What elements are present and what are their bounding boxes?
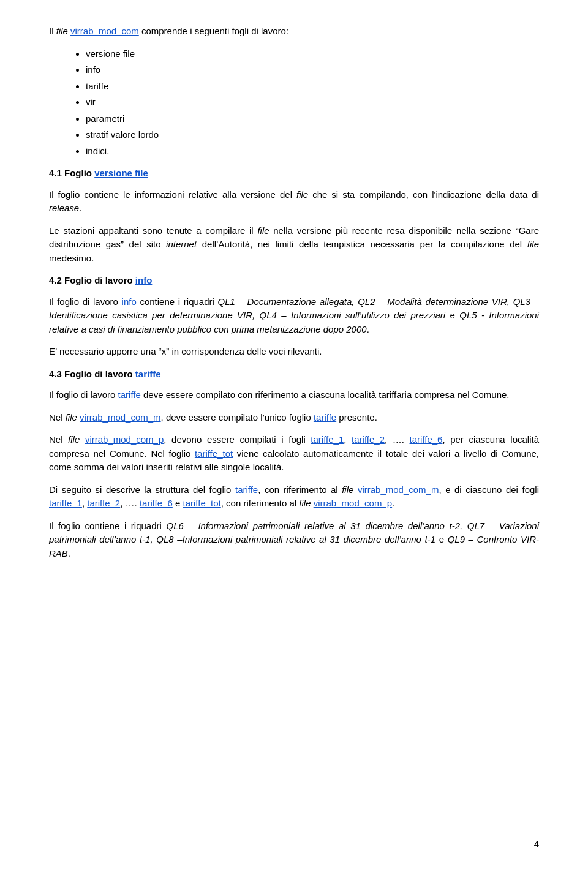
s43p4-text4: , con riferimento al [221, 498, 300, 508]
list-item-text: versione file [86, 48, 135, 59]
section-4-1-number: 4.1 Foglio [49, 168, 94, 178]
list-item-text: parametri [86, 113, 124, 124]
s43p4-link2: virrab_mod_com_m [358, 484, 439, 495]
s43p3-comma2: , …. [385, 434, 410, 445]
s43p2-link2: tariffe [314, 412, 336, 423]
s43p2-nel: Nel [49, 412, 66, 423]
section-4-1-para2: Le stazioni appaltanti sono tenute a com… [49, 224, 539, 266]
s43p3-nel: Nel [49, 434, 68, 445]
para1-text2: che si sta compilando, con l'indicazione… [308, 189, 539, 200]
list-item: parametri [86, 112, 539, 126]
bullet-list: versione file info tariffe vir parametri… [86, 47, 539, 159]
para2-internet: internet [166, 239, 197, 249]
s42p1-link: info [122, 296, 137, 307]
s43p4-link6: tariffe_tot [183, 498, 221, 508]
s43p4-link3: tariffe_1 [49, 498, 82, 508]
para2-file2: file [527, 239, 539, 249]
s43p3-link4: tariffe_tot [195, 448, 233, 459]
s42p1-e: e [445, 310, 459, 320]
list-item: stratif valore lordo [86, 128, 539, 142]
s43p4-end: . [392, 498, 394, 508]
list-item-text: indici. [86, 146, 109, 156]
s43p4-link4: tariffe_2 [87, 498, 120, 508]
s43p4-text2: , con riferimento al [258, 484, 342, 495]
list-item-text: tariffe [86, 81, 108, 91]
list-item: tariffe [86, 80, 539, 94]
list-item-text: vir [86, 97, 96, 107]
s43p4-comma2: , …. [120, 498, 140, 508]
list-item: versione file [86, 47, 539, 61]
s42p1-end: . [367, 324, 369, 334]
section-4-2-para2: E’ necessario apporre una “x” in corrisp… [49, 345, 539, 359]
section-4-3-para4: Di seguito si descrive la struttura del … [49, 483, 539, 511]
para2-text1: Le stazioni appaltanti sono tenute a com… [49, 225, 257, 236]
s43p4-file: file [342, 484, 353, 495]
s43p5-text1: Il foglio contiene i riquadri [49, 521, 166, 531]
s43p1-text2: deve essere compilato con riferimento a … [141, 389, 510, 400]
s43p3-link2: tariffe_2 [352, 434, 385, 445]
section-4-3-para1: Il foglio di lavoro tariffe deve essere … [49, 388, 539, 402]
s43p3-space [80, 434, 85, 445]
para1-text1: Il foglio contiene le informazioni relat… [49, 189, 296, 200]
section-4-3-number: 4.3 Foglio di lavoro [49, 369, 135, 379]
list-item-text: info [86, 64, 100, 75]
intro-rest: comprende i seguenti fogli di lavoro: [139, 26, 288, 36]
section-4-3-para2: Nel file virrab_mod_com_m, deve essere c… [49, 411, 539, 425]
s43p3-comma1: , [344, 434, 352, 445]
intro-file-label: file [56, 26, 68, 36]
section-4-1-link: versione file [94, 168, 148, 178]
list-item: info [86, 63, 539, 77]
s42p1-text1: Il foglio di lavoro [49, 296, 122, 307]
s43p3-link1: tariffe_1 [311, 434, 344, 445]
s43p4-text1: Di seguito si descrive la struttura del … [49, 484, 235, 495]
s43p2-text: , deve essere compilato l’unico foglio [161, 412, 314, 423]
s43p4-e: e [173, 498, 183, 508]
section-4-1-para1: Il foglio contiene le informazioni relat… [49, 188, 539, 216]
s43p4-file2: file [299, 498, 311, 508]
para1-release: release [49, 203, 79, 213]
s43p5-end: . [68, 548, 70, 559]
para1-file: file [296, 189, 308, 200]
section-4-3-heading: 4.3 Foglio di lavoro tariffe [49, 367, 539, 382]
s43p4-link7: virrab_mod_com_p [314, 498, 392, 508]
page-content: Il file virrab_mod_com comprende i segue… [49, 24, 539, 560]
s43p3-text1: , devono essere compilati i fogli [164, 434, 311, 445]
s43p4-text3: , e di ciascuno dei fogli [439, 484, 539, 495]
s43p3-link3: tariffe_6 [410, 434, 443, 445]
section-4-2-link: info [135, 275, 153, 285]
s43p1-link: tariffe [118, 389, 141, 400]
section-4-1-heading: 4.1 Foglio versione file [49, 167, 539, 181]
list-item: vir [86, 96, 539, 110]
para2-end: medesimo. [49, 253, 94, 263]
section-4-3-link: tariffe [135, 369, 161, 379]
intro-paragraph: Il file virrab_mod_com comprende i segue… [49, 24, 539, 39]
s43p1-text1: Il foglio di lavoro [49, 389, 118, 400]
para2-text3: dell’Autorità, nei limiti della tempisti… [197, 239, 527, 249]
s43p2-file: file [66, 412, 77, 423]
s43p3-link: virrab_mod_com_p [85, 434, 164, 445]
list-item: indici. [86, 145, 539, 159]
section-4-2-para1: Il foglio di lavoro info contiene i riqu… [49, 295, 539, 337]
s43p4-link1: tariffe [235, 484, 258, 495]
section-4-2-number: 4.2 Foglio di lavoro [49, 275, 135, 285]
s43p2-end: presente. [336, 412, 377, 423]
s42p2-text: E’ necessario apporre una “x” in corrisp… [49, 346, 322, 356]
s43p2-link: virrab_mod_com_m [80, 412, 161, 423]
s43p3-file: file [68, 434, 80, 445]
para1-end: . [79, 203, 81, 213]
list-item-text: stratif valore lordo [86, 129, 159, 140]
s43p4-link5: tariffe_6 [140, 498, 173, 508]
section-4-2-heading: 4.2 Foglio di lavoro info [49, 274, 539, 288]
section-4-3-para5: Il foglio contiene i riquadri QL6 – Info… [49, 519, 539, 561]
intro-filename-link: virrab_mod_com [70, 26, 139, 36]
intro-text-il: Il [49, 26, 56, 36]
s42p1-text2: contiene i riquadri [137, 296, 218, 307]
s43p5-e: e [435, 534, 448, 544]
para2-file: file [257, 225, 269, 236]
section-4-3-para3: Nel file virrab_mod_com_p, devono essere… [49, 433, 539, 475]
